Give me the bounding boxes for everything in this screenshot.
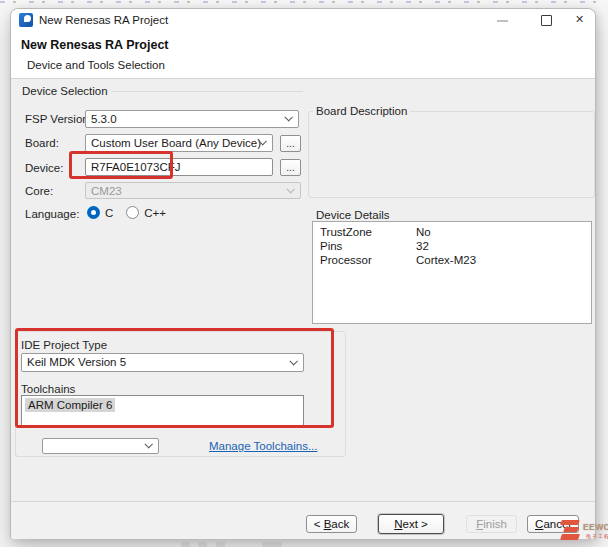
taskbar-hint-icon: [198, 542, 207, 547]
close-button[interactable]: [567, 9, 595, 31]
chevron-down-icon: [289, 357, 297, 365]
core-dropdown: CM23: [85, 182, 301, 199]
top-edge-artifact: [0, 1, 608, 3]
window-title: New Renesas RA Project: [39, 14, 168, 26]
board-browse-button[interactable]: ...: [280, 135, 301, 152]
next-button[interactable]: Next >: [378, 514, 444, 534]
detail-row: Pins 32: [313, 239, 591, 253]
language-label: Language:: [25, 208, 79, 220]
finish-button: Finish: [466, 515, 517, 533]
device-selection-group-label: Device Selection: [19, 85, 111, 97]
fsp-version-label: FSP Version:: [25, 113, 92, 125]
board-dropdown[interactable]: Custom User Board (Any Device): [85, 134, 273, 152]
chevron-down-icon: [144, 440, 152, 448]
title-bar: New Renesas RA Project: [11, 9, 595, 31]
eeworld-subtext: 电子工程世界: [586, 533, 608, 539]
device-browse-button[interactable]: ...: [280, 159, 301, 176]
taskbar-hint-icon: [181, 542, 190, 547]
fsp-version-dropdown[interactable]: 5.3.0: [85, 110, 299, 128]
ide-project-type-dropdown[interactable]: Keil MDK Version 5: [21, 353, 304, 372]
wizard-subtitle: Device and Tools Selection: [27, 59, 165, 71]
chevron-down-icon: [284, 113, 292, 121]
taskbar-hint-icon: [262, 542, 282, 547]
app-icon: [19, 13, 33, 27]
radio-c-label: C: [105, 207, 113, 219]
screenshot-canvas: New Renesas RA Project New Renesas RA Pr…: [0, 0, 608, 547]
radio-cpp-label: C++: [144, 207, 166, 219]
toolchain-item[interactable]: ARM Compiler 6: [25, 398, 115, 412]
ide-project-type-value: Keil MDK Version 5: [27, 356, 126, 368]
toolchains-label: Toolchains: [21, 383, 75, 395]
board-description-panel: [308, 111, 595, 198]
fsp-version-value: 5.3.0: [91, 113, 117, 125]
wizard-body: Device Selection FSP Version: 5.3.0 Boar…: [11, 79, 595, 501]
core-value: CM23: [91, 185, 122, 197]
eeworld-brand-text: EEWORLD: [583, 522, 608, 532]
device-label: Device:: [25, 162, 63, 174]
toolchains-listbox[interactable]: ARM Compiler 6: [21, 395, 304, 428]
device-selection-group-line: [111, 91, 303, 92]
language-radio-group: C C++: [87, 206, 174, 219]
radio-c[interactable]: [87, 206, 100, 219]
board-value: Custom User Board (Any Device): [91, 137, 261, 149]
detail-row: Processor Cortex-M23: [313, 253, 591, 267]
chevron-down-icon: [286, 185, 294, 193]
core-label: Core:: [25, 185, 53, 197]
maximize-button[interactable]: [532, 9, 560, 31]
minimize-button[interactable]: [489, 9, 517, 31]
taskbar-hint-icon: [216, 542, 225, 547]
wizard-title: New Renesas RA Project: [21, 38, 169, 52]
device-details-group-label: Device Details: [313, 209, 393, 221]
toolchain-version-dropdown[interactable]: [42, 438, 159, 454]
wizard-header: New Renesas RA Project Device and Tools …: [11, 31, 595, 79]
board-description-group-label: Board Description: [313, 105, 410, 117]
device-input[interactable]: [85, 158, 273, 176]
board-label: Board:: [25, 137, 59, 149]
manage-toolchains-link[interactable]: Manage Toolchains...: [209, 440, 317, 452]
eeworld-logo-icon: [561, 518, 583, 544]
ide-project-type-label: IDE Project Type: [21, 339, 107, 351]
detail-row: TrustZone No: [313, 225, 591, 239]
wizard-footer: < Back Next > Finish Cancel: [11, 501, 595, 539]
device-details-table: TrustZone No Pins 32 Processor Cortex-M2…: [312, 221, 592, 324]
new-ra-project-dialog: New Renesas RA Project New Renesas RA Pr…: [10, 8, 596, 539]
eeworld-watermark: EEWORLD 电子工程世界: [561, 514, 608, 547]
radio-cpp[interactable]: [126, 206, 139, 219]
back-button[interactable]: < Back: [306, 515, 357, 533]
